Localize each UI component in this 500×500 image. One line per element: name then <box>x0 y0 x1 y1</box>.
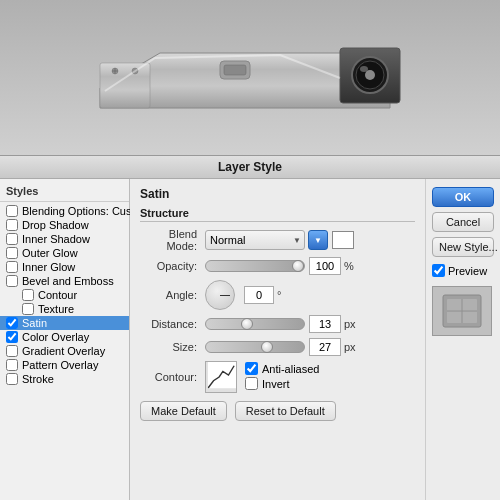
pattern-overlay-label: Pattern Overlay <box>22 359 98 371</box>
opacity-slider-track[interactable] <box>205 260 305 272</box>
preview-row: Preview <box>432 264 494 277</box>
sidebar-item-inner-glow[interactable]: Inner Glow <box>0 260 129 274</box>
blend-mode-select[interactable]: Normal <box>205 230 305 250</box>
distance-unit: px <box>344 318 356 330</box>
invert-checkbox[interactable] <box>245 377 258 390</box>
gradient-overlay-label: Gradient Overlay <box>22 345 105 357</box>
invert-label: Invert <box>262 378 290 390</box>
cancel-button[interactable]: Cancel <box>432 212 494 232</box>
size-unit: px <box>344 341 356 353</box>
gradient-overlay-checkbox[interactable] <box>6 345 18 357</box>
contour-row: Contour: Anti-aliased <box>140 361 415 393</box>
preview-thumbnail-svg <box>433 287 491 335</box>
structure-title: Structure <box>140 207 415 222</box>
blend-mode-select-wrapper[interactable]: Normal <box>205 230 305 250</box>
contour-checkboxes: Anti-aliased Invert <box>245 362 319 392</box>
sidebar-item-texture[interactable]: Texture <box>0 302 129 316</box>
content-panel: Satin Structure Blend Mode: Normal ▼ Opa… <box>130 179 425 500</box>
opacity-row: Opacity: % <box>140 257 415 275</box>
outer-glow-checkbox[interactable] <box>6 247 18 259</box>
right-panel: OK Cancel New Style... Preview <box>425 179 500 500</box>
sidebar-item-bevel-emboss[interactable]: Bevel and Emboss <box>0 274 129 288</box>
invert-row: Invert <box>245 377 319 390</box>
preview-label: Preview <box>448 265 487 277</box>
sidebar-item-stroke[interactable]: Stroke <box>0 372 129 386</box>
size-slider-thumb[interactable] <box>261 341 273 353</box>
satin-checkbox[interactable] <box>6 317 18 329</box>
size-row: Size: px <box>140 338 415 356</box>
svg-rect-7 <box>224 65 246 75</box>
contour-preview[interactable] <box>205 361 237 393</box>
angle-label: Angle: <box>140 289 205 301</box>
contour-checkbox[interactable] <box>22 289 34 301</box>
color-overlay-label: Color Overlay <box>22 331 89 343</box>
size-input[interactable] <box>309 338 341 356</box>
distance-row: Distance: px <box>140 315 415 333</box>
angle-input[interactable] <box>244 286 274 304</box>
section-title: Satin <box>140 187 415 201</box>
drop-shadow-checkbox[interactable] <box>6 219 18 231</box>
sidebar-item-drop-shadow[interactable]: Drop Shadow <box>0 218 129 232</box>
size-slider-track[interactable] <box>205 341 305 353</box>
blend-mode-label: Blend Mode: <box>140 228 205 252</box>
dialog-title: Layer Style <box>0 156 500 179</box>
inner-glow-checkbox[interactable] <box>6 261 18 273</box>
blend-mode-color-swatch[interactable] <box>332 231 354 249</box>
sidebar-item-outer-glow[interactable]: Outer Glow <box>0 246 129 260</box>
distance-slider-track[interactable] <box>205 318 305 330</box>
distance-slider-thumb[interactable] <box>241 318 253 330</box>
inner-glow-label: Inner Glow <box>22 261 75 273</box>
dialog-body: Styles Blending Options: Custom Drop Sha… <box>0 179 500 500</box>
angle-row: Angle: ° <box>140 280 415 310</box>
preview-thumbnail <box>432 286 492 336</box>
texture-checkbox[interactable] <box>22 303 34 315</box>
contour-label: Contour: <box>140 371 205 383</box>
blending-options-checkbox[interactable] <box>6 205 18 217</box>
svg-rect-14 <box>206 362 208 392</box>
pattern-overlay-checkbox[interactable] <box>6 359 18 371</box>
opacity-slider-thumb[interactable] <box>292 260 304 272</box>
outer-glow-label: Outer Glow <box>22 247 78 259</box>
svg-rect-0 <box>100 63 150 108</box>
sidebar-item-color-overlay[interactable]: Color Overlay <box>0 330 129 344</box>
inner-shadow-label: Inner Shadow <box>22 233 90 245</box>
new-style-button[interactable]: New Style... <box>432 237 494 257</box>
angle-dial[interactable] <box>205 280 235 310</box>
distance-input[interactable] <box>309 315 341 333</box>
stroke-checkbox[interactable] <box>6 373 18 385</box>
blend-mode-arrow-btn[interactable]: ▼ <box>308 230 328 250</box>
distance-label: Distance: <box>140 318 205 330</box>
preview-image-area <box>0 0 500 155</box>
reset-to-default-button[interactable]: Reset to Default <box>235 401 336 421</box>
angle-unit: ° <box>277 289 281 301</box>
bevel-emboss-checkbox[interactable] <box>6 275 18 287</box>
bevel-emboss-label: Bevel and Emboss <box>22 275 114 287</box>
satin-label: Satin <box>22 317 47 329</box>
contour-svg <box>206 362 236 392</box>
sidebar-item-pattern-overlay[interactable]: Pattern Overlay <box>0 358 129 372</box>
make-default-button[interactable]: Make Default <box>140 401 227 421</box>
preview-checkbox[interactable] <box>432 264 445 277</box>
layer-style-dialog: Layer Style Styles Blending Options: Cus… <box>0 155 500 500</box>
opacity-input[interactable] <box>309 257 341 275</box>
texture-label: Texture <box>38 303 74 315</box>
svg-rect-12 <box>206 362 236 392</box>
opacity-unit: % <box>344 260 354 272</box>
inner-shadow-checkbox[interactable] <box>6 233 18 245</box>
dialog-title-text: Layer Style <box>218 160 282 174</box>
sidebar-item-satin[interactable]: Satin <box>0 316 129 330</box>
sidebar-item-blending-options[interactable]: Blending Options: Custom <box>0 204 129 218</box>
svg-rect-13 <box>206 388 236 392</box>
sidebar-item-gradient-overlay[interactable]: Gradient Overlay <box>0 344 129 358</box>
color-overlay-checkbox[interactable] <box>6 331 18 343</box>
sidebar-item-contour[interactable]: Contour <box>0 288 129 302</box>
drop-shadow-label: Drop Shadow <box>22 219 89 231</box>
camera-part-svg <box>80 33 420 123</box>
size-label: Size: <box>140 341 205 353</box>
anti-aliased-checkbox[interactable] <box>245 362 258 375</box>
ok-button[interactable]: OK <box>432 187 494 207</box>
anti-aliased-label: Anti-aliased <box>262 363 319 375</box>
contour-label: Contour <box>38 289 77 301</box>
sidebar-item-inner-shadow[interactable]: Inner Shadow <box>0 232 129 246</box>
stroke-label: Stroke <box>22 373 54 385</box>
